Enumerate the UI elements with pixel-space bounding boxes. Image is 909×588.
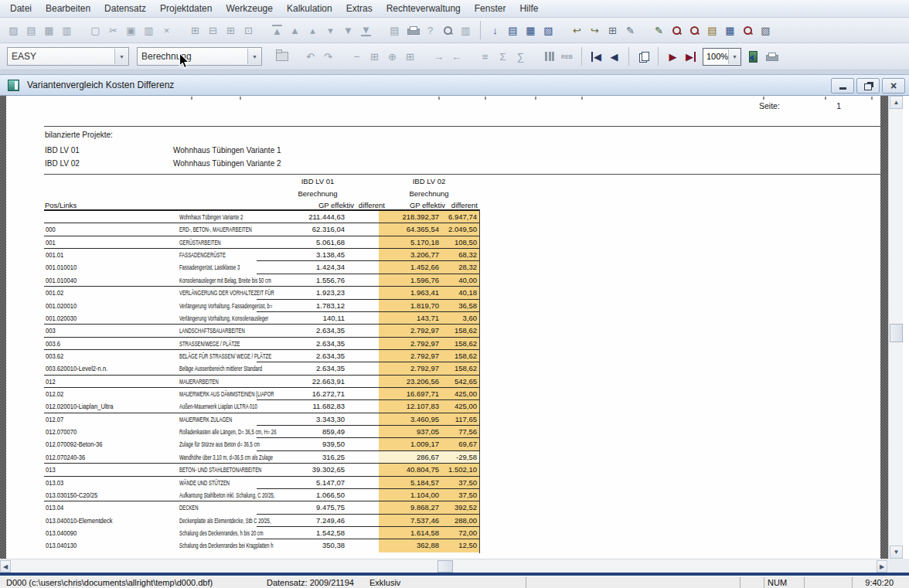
window-grid-button[interactable]: ⊞ — [604, 22, 621, 39]
table-row: 012MAUERARBEITEN22.663,9123.206,56542,65 — [44, 376, 479, 388]
export-image-button[interactable]: ▨ — [5, 22, 22, 39]
copy-button[interactable]: ▣ — [122, 22, 140, 39]
remove-position-button[interactable]: − — [348, 48, 366, 66]
outline-promote-button[interactable]: ⊞ — [186, 22, 204, 39]
vertical-scrollbar[interactable]: ▲ ▼ — [888, 96, 903, 559]
last-page-button[interactable]: ▶ — [682, 48, 700, 66]
move-first-button[interactable]: ▲ — [268, 22, 286, 39]
move-up-button[interactable]: ▴ — [304, 22, 322, 39]
cell-gp-lv02: 2.792,97 — [379, 325, 442, 336]
chevron-down-icon[interactable]: ▼ — [247, 49, 261, 64]
delete-button[interactable]: × — [158, 22, 175, 39]
print-report-button[interactable] — [762, 48, 780, 66]
menu-datensatz[interactable]: Datensatz — [97, 1, 153, 17]
list-button[interactable]: ≡ — [476, 48, 494, 66]
restore-button[interactable] — [856, 78, 880, 93]
prev-page-button[interactable]: ◀ — [605, 48, 623, 66]
document-table-button[interactable]: ▦ — [721, 22, 739, 39]
insert-position-button[interactable]: ⊕ — [383, 48, 401, 66]
exit-preview-button[interactable] — [744, 48, 762, 66]
new-document-button[interactable]: ▢ — [87, 22, 104, 39]
document-export-button[interactable]: ▤ — [703, 22, 721, 39]
outdent-button[interactable]: ← — [448, 48, 465, 66]
horizontal-scrollbar[interactable]: ◀ ▶ — [0, 559, 888, 573]
move-up-fast-button[interactable]: ▲ — [286, 22, 304, 39]
indent-button[interactable]: → — [430, 48, 448, 66]
sum-selection-button[interactable]: Σ — [494, 48, 512, 66]
move-last-button[interactable]: ▼ — [357, 22, 375, 39]
cell-difference: 158,62 — [442, 362, 479, 374]
open-button[interactable] — [273, 48, 291, 66]
close-button[interactable]: × — [882, 78, 905, 93]
pin-button[interactable]: ✎ — [621, 22, 639, 39]
menu-hilfe[interactable]: Hilfe — [512, 1, 545, 17]
scroll-up-button[interactable]: ▲ — [890, 96, 903, 109]
project-combobox-value: EASY — [8, 51, 114, 62]
paste-button[interactable]: ▥ — [140, 22, 158, 39]
project-name: Wohnhaus Tübingen Variante 1 — [173, 146, 281, 155]
outline-insert-button[interactable]: ⊞ — [222, 22, 240, 39]
first-page-button[interactable]: ◀ — [587, 48, 605, 66]
reb-button[interactable]: REB — [558, 48, 576, 66]
export-data-button[interactable]: ▤ — [504, 22, 522, 39]
notes-button[interactable]: ▤ — [22, 22, 40, 39]
import-data-button[interactable]: ↓ — [486, 22, 504, 39]
menu-werkzeuge[interactable]: Werkzeuge — [219, 1, 279, 17]
undo-button[interactable]: ↶ — [301, 48, 319, 66]
menu-bearbeiten[interactable]: Bearbeiten — [39, 1, 97, 17]
sum-button[interactable]: ∑ — [512, 48, 529, 66]
document-edit-button[interactable]: ▧ — [540, 22, 557, 39]
cell-difference: 108,50 — [442, 236, 479, 248]
zoom-combobox[interactable]: 100%▼ — [703, 48, 741, 66]
outline-demote-button[interactable]: ⊟ — [204, 22, 222, 39]
insert-subposition-button[interactable]: ⊞ — [401, 48, 419, 66]
columns-button[interactable]: ▥ — [457, 22, 475, 39]
mdi-window-titlebar[interactable]: Variantenvergleich Kosten Differenz × — [0, 74, 909, 96]
zoom-page-button[interactable] — [686, 22, 703, 39]
move-down-fast-button[interactable]: ▼ — [339, 22, 357, 39]
cell-gp-lv01: 5.061,68 — [257, 236, 348, 248]
chevron-down-icon[interactable]: ▼ — [728, 49, 740, 64]
insert-title-button[interactable]: ⊞ — [366, 48, 383, 66]
comparison-table: Wohnhaus Tübingen Variante 2211.444,6321… — [44, 211, 479, 552]
cut-button[interactable]: ✂ — [104, 22, 122, 39]
print-button[interactable] — [403, 22, 421, 39]
minimize-button[interactable] — [831, 78, 854, 93]
redo-button[interactable]: ↷ — [319, 48, 337, 66]
edit-pencil-icon: ✎ — [655, 25, 663, 36]
cell-gp-lv01: 11.682,83 — [257, 400, 348, 412]
scroll-down-button[interactable]: ▼ — [890, 546, 903, 559]
edit-pencil-button[interactable]: ✎ — [650, 22, 668, 39]
help-button[interactable]: ? — [421, 22, 439, 39]
scroll-right-button[interactable]: ▶ — [877, 560, 887, 573]
view-combobox[interactable]: Berechnung ▼ — [137, 47, 262, 66]
clipped-edge-button[interactable]: ▧ — [757, 22, 775, 39]
menu-kalkulation[interactable]: Kalkulation — [280, 1, 339, 17]
chevron-down-icon[interactable]: ▼ — [114, 49, 128, 64]
document-list-button[interactable]: ▦ — [522, 22, 540, 39]
next-page-button[interactable]: ▶ — [664, 48, 682, 66]
scroll-left-button[interactable]: ◀ — [0, 560, 11, 573]
zoom-document-button[interactable] — [668, 22, 686, 39]
menu-extras[interactable]: Extras — [339, 1, 380, 17]
project-combobox[interactable]: EASY ▼ — [7, 47, 129, 66]
picture-button[interactable]: ▦ — [40, 22, 58, 39]
search-button[interactable] — [439, 22, 457, 39]
statistics-button[interactable] — [540, 48, 558, 66]
outline-structure-button[interactable]: ⊡ — [240, 22, 257, 39]
vertical-scroll-thumb[interactable] — [890, 324, 903, 342]
move-down-button[interactable]: ▾ — [322, 22, 339, 39]
zoom-report-button[interactable] — [739, 22, 757, 39]
jump-back-button[interactable]: ↩ — [568, 22, 586, 39]
print-preview-button[interactable]: ▤ — [386, 22, 403, 39]
menu-fenster[interactable]: Fenster — [468, 1, 513, 17]
document-export-icon: ▤ — [707, 25, 717, 36]
copy-pages-button[interactable] — [635, 48, 652, 66]
menu-projektdaten[interactable]: Projektdaten — [153, 1, 219, 17]
horizontal-scroll-thumb[interactable] — [437, 560, 453, 573]
menu-datei[interactable]: Datei — [3, 1, 39, 17]
cell-pos: 013 — [44, 464, 179, 475]
jump-forward-button[interactable]: ↪ — [586, 22, 604, 39]
report-book-button[interactable]: ▥ — [58, 22, 76, 39]
menu-rechteverwaltung[interactable]: Rechteverwaltung — [380, 1, 468, 17]
